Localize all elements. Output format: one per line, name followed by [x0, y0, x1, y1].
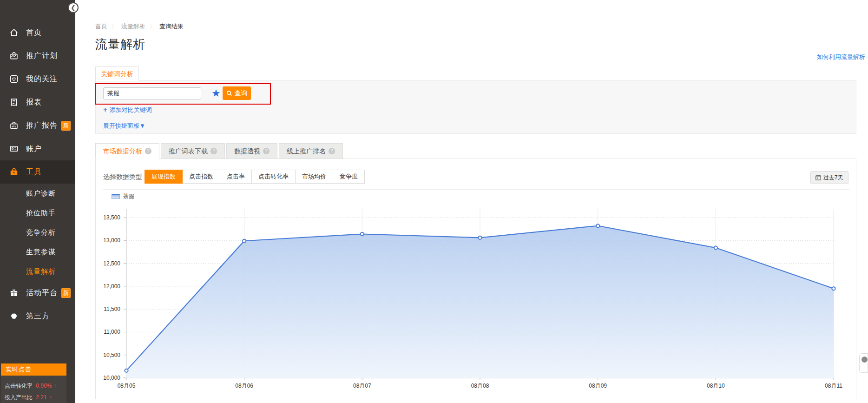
sidebar-item-tools[interactable]: 工具	[0, 160, 75, 184]
svg-text:08月11: 08月11	[825, 383, 842, 389]
tab-market-data-analysis[interactable]: 市场数据分析 ?	[95, 143, 159, 159]
sidebar-item-label: 推广报告	[26, 121, 58, 131]
sidebar-subitem-traffic-analysis[interactable]: 流量解析	[0, 262, 75, 281]
search-panel	[95, 80, 856, 134]
sidebar-item-label: 我的关注	[26, 74, 58, 84]
sidebar-item-label: 推广计划	[26, 51, 58, 61]
heart-icon	[9, 74, 19, 84]
calendar-icon	[815, 175, 821, 180]
sidebar-item-label: 报表	[26, 98, 42, 107]
sidebar-item-favorites[interactable]: 我的关注	[0, 67, 75, 91]
briefcase-icon	[9, 51, 19, 60]
sidebar-item-activity-platform[interactable]: 活动平台 新	[0, 281, 75, 304]
data-tabs: 市场数据分析 ? 推广词表下载 ? 数据透视 ? 线上推广排名 ?	[95, 143, 343, 159]
datatype-impression-index[interactable]: 展现指数	[145, 170, 183, 184]
svg-text:08月10: 08月10	[707, 383, 725, 389]
tab-label: 市场数据分析	[103, 144, 142, 159]
sidebar-item-label: 账户	[26, 144, 42, 154]
sidebar-subitem-business-advisor[interactable]: 生意参谋	[0, 242, 75, 262]
realtime-row-ctr: 点击转化率 0.90% ↑	[5, 380, 66, 392]
help-icon[interactable]: ?	[145, 148, 151, 154]
breadcrumb-traffic-analysis[interactable]: 流量解析	[121, 22, 145, 31]
up-arrow-icon: ↑	[49, 394, 52, 401]
search-icon	[226, 90, 232, 96]
tab-label: 推广词表下载	[169, 144, 208, 159]
help-icon[interactable]: ?	[263, 148, 270, 154]
legend-label: 茶服	[123, 192, 134, 200]
keyword-input[interactable]	[103, 87, 201, 99]
breadcrumb-home[interactable]: 首页	[95, 22, 107, 31]
datatype-label: 选择数据类型：	[103, 173, 149, 181]
svg-text:11,000: 11,000	[104, 329, 120, 335]
tab-promo-wordlist-download[interactable]: 推广词表下载 ?	[161, 143, 225, 159]
datatype-competition[interactable]: 竞争度	[333, 170, 365, 184]
datatype-market-avg-price[interactable]: 市场均价	[295, 170, 333, 184]
tab-label: 线上推广排名	[287, 144, 326, 159]
feedback-icon	[861, 357, 868, 363]
datatype-button-group: 展现指数 点击指数 点击率 点击转化率 市场均价 竞争度	[145, 170, 365, 184]
realtime-widget: 实时点击 点击转化率 0.90% ↑ 投入产出比 2.21 ↑	[1, 363, 66, 403]
date-range-button[interactable]: 过去7天	[810, 171, 848, 184]
home-icon	[9, 28, 19, 37]
datatype-click-index[interactable]: 点击指数	[182, 170, 220, 184]
svg-text:08月07: 08月07	[353, 383, 371, 389]
favorite-star-icon[interactable]: ★	[211, 87, 221, 99]
query-button-label: 查询	[235, 89, 248, 98]
chevron-right-icon: 〉	[150, 23, 155, 31]
chart-legend-item[interactable]: 茶服	[112, 192, 134, 200]
svg-text:12,000: 12,000	[103, 283, 120, 290]
plus-icon: +	[103, 106, 107, 113]
realtime-row-roi: 投入产出比 2.21 ↑	[5, 392, 66, 403]
realtime-clicks-tab[interactable]: 实时点击	[1, 363, 66, 376]
sidebar-item-home[interactable]: 首页	[0, 21, 75, 44]
third-party-icon	[9, 311, 19, 321]
breadcrumb-query-result: 查询结果	[159, 22, 184, 31]
sidebar-collapse-button[interactable]: ❮	[68, 2, 79, 13]
page-title: 流量解析	[95, 36, 145, 53]
stat-value: 2.21	[36, 394, 46, 401]
report-icon	[9, 98, 19, 107]
add-compare-keyword-link[interactable]: +添加对比关键词	[103, 106, 152, 114]
tab-data-pivot[interactable]: 数据透视 ?	[226, 143, 277, 159]
sidebar-subitem-rank-assistant[interactable]: 抢位助手	[0, 203, 75, 223]
stat-label: 点击转化率	[5, 383, 33, 389]
svg-text:13,000: 13,000	[103, 237, 120, 244]
svg-text:10,000: 10,000	[103, 375, 120, 381]
sidebar-item-account[interactable]: 账户	[0, 137, 75, 160]
svg-text:10,500: 10,500	[103, 352, 120, 358]
help-icon[interactable]: ?	[329, 148, 335, 154]
svg-text:12,500: 12,500	[103, 260, 120, 267]
tab-label: 数据透视	[234, 144, 260, 159]
query-button[interactable]: 查询	[223, 86, 251, 100]
sidebar-subitem-competition-analysis[interactable]: 竞争分析	[0, 223, 75, 242]
stat-value: 0.90%	[36, 383, 52, 389]
sidebar-item-campaigns[interactable]: 推广计划	[0, 44, 75, 67]
sidebar: ❮ 首页 推广计划 我的关注	[0, 0, 75, 403]
legend-swatch-icon	[112, 194, 120, 199]
up-arrow-icon: ↑	[54, 383, 57, 389]
toolbox-icon	[9, 167, 19, 177]
divider	[103, 189, 849, 190]
help-icon[interactable]: ?	[210, 148, 217, 154]
svg-text:08月08: 08月08	[471, 383, 489, 389]
svg-text:11,500: 11,500	[104, 306, 120, 312]
sidebar-item-label: 首页	[26, 28, 42, 38]
feedback-float-button[interactable]	[859, 353, 868, 373]
expand-quick-panel-link[interactable]: 展开快捷面板▼	[103, 122, 145, 130]
date-range-label: 过去7天	[823, 174, 843, 182]
sidebar-subitem-account-diagnosis[interactable]: 账户诊断	[0, 184, 75, 203]
gift-icon	[9, 288, 19, 297]
tab-keyword-analysis[interactable]: 关键词分析	[95, 66, 139, 81]
new-badge: 新	[61, 121, 71, 131]
datatype-conversion-rate[interactable]: 点击转化率	[251, 170, 296, 184]
tab-online-promo-ranking[interactable]: 线上推广排名 ?	[279, 143, 343, 159]
sidebar-item-promo-report[interactable]: 推广报告 新	[0, 114, 75, 137]
add-compare-label: 添加对比关键词	[110, 106, 152, 113]
sidebar-item-reports[interactable]: 报表	[0, 91, 75, 114]
sidebar-item-third-party[interactable]: 第三方	[0, 304, 75, 328]
svg-text:08月09: 08月09	[589, 383, 607, 389]
sidebar-item-label: 第三方	[26, 311, 50, 321]
datatype-ctr[interactable]: 点击率	[220, 170, 252, 184]
how-to-use-link[interactable]: 如何利用流量解析	[817, 53, 865, 61]
sidebar-item-label: 工具	[26, 167, 42, 177]
